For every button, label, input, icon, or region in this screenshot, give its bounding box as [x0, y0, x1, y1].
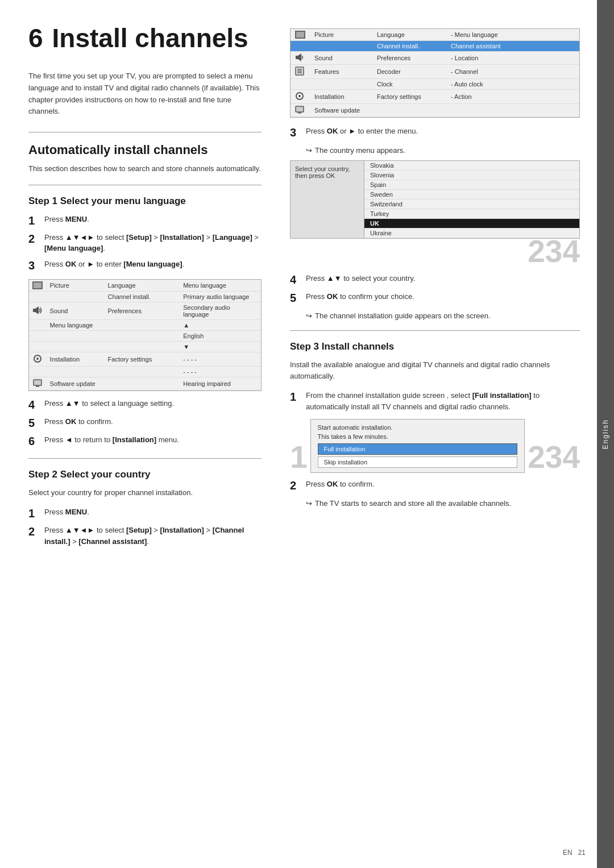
right-steps-4-5: 4 Press ▲▼ to select your country. 5 Pre…	[290, 273, 580, 305]
picture-icon	[32, 281, 43, 289]
install-option-full: Full installation	[318, 443, 518, 455]
chapter-title: 6 Install channels	[28, 23, 262, 53]
menu-mockup-step1: Picture Language Menu language Channel i…	[28, 279, 262, 391]
country-label: Select your country,then press OK	[291, 161, 364, 238]
menu-row-installation: Installation Factory settings - - - -	[29, 352, 261, 366]
right-menu-table: Picture Language - Menu language Channel…	[291, 29, 579, 117]
right-step3-list: 3 Press OK or ► to enter the menu.	[290, 126, 580, 139]
step1-item-3: 3 Press OK or ► to enter [Menu language]…	[28, 259, 262, 272]
right-step5: 5 Press OK to confirm your choice.	[290, 291, 580, 305]
divider-1	[28, 132, 262, 132]
step1-item-2: 2 Press ▲▼◄► to select [Setup] > [Instal…	[28, 232, 262, 254]
menu-row-sound: Sound Preferences Secondary audio langua…	[29, 302, 261, 319]
main-content: 6 Install channels The first time you se…	[0, 0, 597, 868]
install-step-list: 1 From the channel installation guide sc…	[290, 390, 580, 412]
features-icon	[295, 67, 304, 76]
step3-install-title: Step 3 Install channels	[290, 341, 580, 352]
install-mockup-row: 1 Start automatic installation. This tak…	[290, 419, 580, 473]
menu-row-picture: Picture Language Menu language	[29, 280, 261, 292]
sound-icon	[32, 306, 43, 314]
left-column: 6 Install channels The first time you se…	[0, 23, 279, 845]
country-mockup-wrapper: Select your country,then press OK Slovak…	[290, 160, 580, 267]
menu-row-english: English	[29, 330, 261, 341]
right-menu-features: Features Decoder - Channel	[291, 65, 579, 79]
install-header1: Start automatic installation.	[318, 424, 518, 431]
country-uk: UK	[364, 219, 579, 229]
step1-item-6: 6 Press ◄ to return to [Installation] me…	[28, 434, 262, 448]
footer-lang: EN	[563, 849, 572, 857]
intro-paragraph: The first time you set up your TV, you a…	[28, 70, 262, 118]
step2-desc: Select your country for proper channel i…	[28, 487, 262, 499]
install-header2: This takes a few minutes.	[318, 433, 518, 440]
software-icon	[33, 379, 42, 387]
menu-row-menulang: Menu language ▲	[29, 319, 261, 330]
svg-rect-0	[33, 309, 35, 312]
country-list-mockup: Select your country,then press OK Slovak…	[290, 160, 580, 239]
country-sweden: Sweden	[364, 190, 579, 200]
side-tab-label: English	[601, 419, 609, 449]
num-234-install: 234	[528, 442, 580, 473]
auto-install-desc: This section describes how to search and…	[28, 163, 262, 175]
country-slovakia: Slovakia	[364, 161, 579, 171]
install-mockup-wrapper: 1 Start automatic installation. This tak…	[290, 419, 580, 473]
picture-icon-r	[295, 31, 305, 39]
page-container: English 6 Install channels The first tim…	[0, 0, 614, 868]
side-tab: English	[597, 0, 614, 868]
right-menu-installation: Installation Factory settings - Action	[291, 90, 579, 104]
menu-table-1: Picture Language Menu language Channel i…	[29, 280, 261, 391]
svg-rect-6	[296, 56, 298, 59]
svg-rect-5	[36, 386, 39, 387]
right-divider	[290, 330, 580, 331]
menu-row-channel: Channel install. Primary audio language	[29, 291, 261, 302]
menu-row-software: Software update Hearing impaired	[29, 377, 261, 390]
step1-item-5: 5 Press OK to confirm.	[28, 416, 262, 430]
svg-point-3	[36, 358, 39, 360]
svg-marker-1	[35, 306, 39, 314]
svg-rect-14	[296, 106, 304, 112]
install-step2-result: ↪ The TV starts to search and store all …	[306, 499, 580, 508]
right-step5-result: ↪ The channel installation guide appears…	[306, 312, 580, 320]
chapter-number: 6	[28, 23, 43, 53]
step2-item-1: 1 Press MENU.	[28, 506, 262, 520]
right-step3-result: ↪ The country menu appears.	[306, 146, 580, 155]
country-spain: Spain	[364, 180, 579, 190]
country-slovenia: Slovenia	[364, 171, 579, 180]
install-step2-list: 2 Press OK to confirm.	[290, 479, 580, 492]
menu-row-down: ▼	[29, 341, 261, 352]
svg-rect-15	[298, 113, 301, 114]
divider-2	[28, 185, 262, 185]
step2-title: Step 2 Select your country	[28, 469, 262, 480]
step1-item-1: 1 Press MENU.	[28, 214, 262, 227]
menu-mockup-right-top: Picture Language - Menu language Channel…	[290, 28, 580, 118]
install-mockup-box: Start automatic installation. This takes…	[310, 419, 525, 473]
page-footer: EN 21	[563, 849, 586, 857]
menu-row-dashes: - - - -	[29, 366, 261, 377]
country-switzerland: Switzerland	[364, 200, 579, 209]
auto-install-title: Automatically install channels	[28, 143, 262, 157]
chapter-title-text: Install channels	[52, 23, 248, 53]
install-icon-r	[295, 92, 304, 101]
divider-3	[28, 458, 262, 459]
svg-marker-7	[298, 53, 301, 61]
sound-icon-r	[295, 53, 305, 61]
step1-after-list: 4 Press ▲▼ to select a language setting.…	[28, 398, 262, 448]
right-menu-software: Software update	[291, 104, 579, 117]
footer-page: 21	[578, 849, 586, 857]
step1-list: 1 Press MENU. 2 Press ▲▼◄► to select [Se…	[28, 214, 262, 272]
right-menu-sound: Sound Preferences - Location	[291, 52, 579, 65]
country-items: Slovakia Slovenia Spain Sweden Switzerla…	[364, 161, 579, 238]
installation-icon	[33, 354, 42, 363]
step1-title: Step 1 Select your menu language	[28, 196, 262, 207]
step3-install-desc: Install the available analogue and digit…	[290, 359, 580, 381]
num-1-label: 1	[290, 442, 308, 473]
step2-item-2: 2 Press ▲▼◄► to select [Setup] > [Instal…	[28, 525, 262, 547]
step2-list: 1 Press MENU. 2 Press ▲▼◄► to select [Se…	[28, 506, 262, 547]
num-234-overlay: 234	[290, 236, 580, 267]
country-turkey: Turkey	[364, 209, 579, 219]
right-menu-channel-install: Channel install. Channel assistant	[291, 41, 579, 52]
install-option-skip: Skip installation	[318, 456, 518, 468]
step1-item-4: 4 Press ▲▼ to select a language setting.	[28, 398, 262, 412]
software-icon-r	[295, 106, 304, 114]
install-step-2: 2 Press OK to confirm.	[290, 479, 580, 492]
right-menu-picture: Picture Language - Menu language	[291, 29, 579, 41]
